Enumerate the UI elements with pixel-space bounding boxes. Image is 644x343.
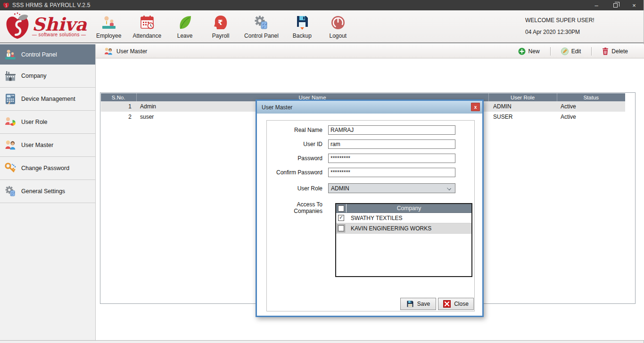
sidebar-item-label: User Role (21, 119, 48, 125)
edit-button[interactable]: Edit (558, 46, 584, 57)
sidebar-item-user-master[interactable]: User Master (0, 134, 95, 157)
svg-text:₹: ₹ (218, 18, 223, 27)
cell-status: Active (557, 101, 625, 112)
password-label: Password (267, 155, 328, 162)
sidebar-item-label: Control Panel (21, 51, 57, 58)
toolbar-employee-label: Employee (96, 33, 121, 39)
titlebar: SSS HRMS & PAYROLL V.2.5 – × (0, 0, 644, 10)
minimize-button[interactable]: – (587, 0, 606, 10)
companies-grid-header: Company (336, 204, 471, 213)
company-row[interactable]: SWATHY TEXTILES (336, 213, 471, 223)
toolbar-leave-button[interactable]: Leave (173, 14, 197, 39)
divider (550, 47, 551, 56)
restore-button[interactable] (606, 0, 625, 10)
datetime-text: 04 Apr 2020 12:30PM (525, 29, 594, 35)
column-header-user-role[interactable]: User Role (488, 93, 557, 101)
cell-sno: 2 (101, 112, 136, 122)
new-button-label: New (528, 48, 540, 55)
access-to-companies-label: Access To Companies (267, 201, 328, 214)
settings-icon: ✓✓ ✓ (4, 185, 17, 198)
toolbar-backup-button[interactable]: Backup (290, 14, 314, 39)
trash-icon (602, 48, 609, 55)
user-role-dropdown[interactable]: ADMIN (328, 183, 455, 193)
edit-icon (561, 48, 569, 55)
key-icon (4, 162, 17, 175)
control-panel-icon (4, 48, 17, 61)
logout-icon (330, 14, 347, 31)
company-row[interactable]: KAVIN ENGINEERING WORKS (336, 223, 471, 234)
company-checkbox-unchecked[interactable] (338, 225, 344, 231)
sidebar-item-label: Device Management (21, 96, 75, 102)
attendance-icon (139, 14, 156, 31)
user-role-icon (4, 115, 17, 129)
column-header-sno[interactable]: S.No. (101, 93, 136, 101)
close-button-label: Close (454, 301, 469, 307)
user-master-icon (4, 139, 17, 152)
select-all-checkbox[interactable] (338, 205, 344, 212)
toolbar-control-panel-button[interactable]: ✓✓ ✓ Control Panel (244, 14, 279, 39)
toolbar-attendance-button[interactable]: Attendance (132, 14, 161, 39)
column-header-status[interactable]: Status (557, 93, 625, 101)
delete-button-label: Delete (611, 48, 628, 55)
toolbar-attendance-label: Attendance (132, 33, 161, 39)
user-id-label: User ID (267, 141, 328, 147)
real-name-field[interactable] (328, 125, 455, 135)
sidebar: Control Panel Company (0, 44, 96, 340)
sidebar-item-change-password[interactable]: Change Password (0, 157, 95, 180)
sidebar-item-company[interactable]: Company (0, 65, 95, 88)
close-button[interactable]: Close (438, 298, 474, 310)
toolbar-leave-label: Leave (177, 33, 193, 39)
app-window: SSS HRMS & PAYROLL V.2.5 – × Shiva — sof… (0, 0, 644, 343)
toolbar-logout-button[interactable]: Logout (326, 14, 350, 39)
sidebar-item-user-role[interactable]: User Role (0, 111, 95, 134)
company-name: SWATHY TEXTILES (351, 215, 403, 221)
dialog-close-button[interactable]: x (471, 103, 480, 111)
sidebar-item-general-settings[interactable]: ✓✓ ✓ General Settings (0, 180, 95, 203)
user-role-selected-value: ADMIN (331, 185, 349, 192)
device-icon (4, 92, 17, 106)
save-icon (406, 300, 414, 308)
cell-status: Active (557, 112, 625, 122)
toolbar-payroll-label: Payroll (212, 33, 230, 39)
brand-text: Shiva — software solutions — (32, 16, 87, 37)
cell-user-role: SUSER (488, 112, 557, 122)
toolbar-employee-button[interactable]: Employee (96, 14, 121, 39)
window-bottom-edge (0, 340, 644, 343)
toolbar-payroll-button[interactable]: ₹ Payroll (208, 14, 233, 39)
companies-grid: Company SWATHY TEXTILES KAVIN ENGINEERIN… (335, 203, 472, 277)
brand-tagline: — software solutions — (32, 32, 87, 37)
new-button[interactable]: New (515, 46, 543, 57)
leave-icon (176, 14, 193, 31)
sidebar-item-label: Company (21, 73, 47, 79)
chevron-down-icon (447, 186, 451, 190)
shiva-logo-icon (4, 12, 31, 41)
sidebar-item-control-panel[interactable]: Control Panel (0, 44, 95, 65)
close-x-icon (443, 300, 451, 308)
company-name: KAVIN ENGINEERING WORKS (351, 225, 431, 232)
company-column-header: Company (347, 205, 471, 212)
dialog-titlebar: User Master x (257, 101, 482, 114)
svg-text:✓: ✓ (11, 193, 13, 196)
save-button[interactable]: Save (400, 298, 436, 310)
company-icon (4, 69, 17, 82)
employee-icon (100, 14, 117, 31)
restore-icon (613, 3, 618, 8)
sidebar-item-label: General Settings (21, 188, 65, 195)
dialog-body: Real Name User ID Password Confirm Passw… (257, 114, 482, 316)
toolbar-buttons: Employee (96, 14, 350, 39)
brand-name: Shiva (32, 16, 87, 33)
cell-sno: 1 (101, 101, 136, 112)
company-checkbox-checked[interactable] (338, 215, 344, 221)
close-button[interactable]: × (625, 0, 644, 10)
password-field[interactable] (328, 154, 455, 163)
header-actions: New Edit (515, 46, 644, 57)
dialog-groupbox: Real Name User ID Password Confirm Passw… (266, 120, 475, 311)
confirm-password-field[interactable] (328, 168, 455, 177)
user-id-field[interactable] (328, 139, 455, 149)
divider (591, 47, 592, 56)
welcome-text: WELCOME SUPER USER! (525, 17, 594, 24)
real-name-label: Real Name (267, 127, 328, 133)
delete-button[interactable]: Delete (599, 46, 631, 57)
svg-text:✓: ✓ (262, 25, 265, 29)
sidebar-item-device-management[interactable]: Device Management (0, 88, 95, 111)
